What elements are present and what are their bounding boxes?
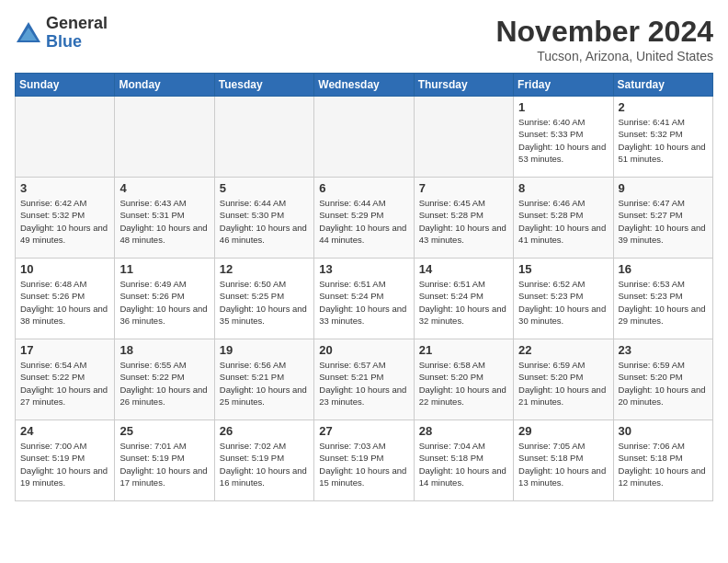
day-info: Sunrise: 6:44 AM Sunset: 5:30 PM Dayligh… <box>220 197 309 246</box>
location-subtitle: Tucson, Arizona, United States <box>495 49 713 63</box>
weekday-header: Monday <box>115 74 214 97</box>
day-number: 27 <box>319 424 408 438</box>
day-info: Sunrise: 7:01 AM Sunset: 5:19 PM Dayligh… <box>119 440 209 488</box>
calendar-cell: 7Sunrise: 6:45 AM Sunset: 5:28 PM Daylig… <box>414 178 513 259</box>
day-number: 29 <box>518 424 608 438</box>
day-info: Sunrise: 6:46 AM Sunset: 5:28 PM Dayligh… <box>518 197 608 246</box>
logo-general: General <box>46 15 108 33</box>
calendar-cell: 21Sunrise: 6:58 AM Sunset: 5:20 PM Dayli… <box>414 339 513 420</box>
weekday-header: Tuesday <box>214 74 313 97</box>
calendar-cell: 13Sunrise: 6:51 AM Sunset: 5:24 PM Dayli… <box>314 259 414 339</box>
day-number: 16 <box>619 262 708 276</box>
day-number: 14 <box>419 262 508 276</box>
day-number: 24 <box>20 424 109 438</box>
calendar-cell: 18Sunrise: 6:55 AM Sunset: 5:22 PM Dayli… <box>115 339 214 420</box>
day-number: 21 <box>419 343 508 357</box>
day-number: 4 <box>119 181 209 195</box>
calendar-cell: 6Sunrise: 6:44 AM Sunset: 5:29 PM Daylig… <box>314 178 414 259</box>
calendar-cell: 29Sunrise: 7:05 AM Sunset: 5:18 PM Dayli… <box>514 420 613 501</box>
day-info: Sunrise: 7:03 AM Sunset: 5:19 PM Dayligh… <box>319 440 408 488</box>
calendar-cell: 20Sunrise: 6:57 AM Sunset: 5:21 PM Dayli… <box>314 339 414 420</box>
weekday-header: Wednesday <box>314 74 414 97</box>
day-number: 19 <box>220 343 309 357</box>
calendar-week-row: 1Sunrise: 6:40 AM Sunset: 5:33 PM Daylig… <box>16 97 713 178</box>
calendar-week-row: 17Sunrise: 6:54 AM Sunset: 5:22 PM Dayli… <box>16 339 713 420</box>
calendar-cell: 23Sunrise: 6:59 AM Sunset: 5:20 PM Dayli… <box>613 339 712 420</box>
day-info: Sunrise: 7:05 AM Sunset: 5:18 PM Dayligh… <box>518 440 608 488</box>
day-number: 18 <box>119 343 209 357</box>
calendar-cell: 16Sunrise: 6:53 AM Sunset: 5:23 PM Dayli… <box>613 259 712 339</box>
day-number: 25 <box>119 424 209 438</box>
day-number: 23 <box>619 343 708 357</box>
day-info: Sunrise: 7:00 AM Sunset: 5:19 PM Dayligh… <box>20 440 109 488</box>
day-info: Sunrise: 6:59 AM Sunset: 5:20 PM Dayligh… <box>619 359 708 408</box>
day-number: 10 <box>20 262 109 276</box>
day-number: 1 <box>518 100 608 114</box>
day-number: 11 <box>119 262 209 276</box>
calendar-cell: 12Sunrise: 6:50 AM Sunset: 5:25 PM Dayli… <box>214 259 313 339</box>
logo-blue: Blue <box>46 33 108 52</box>
calendar-cell <box>16 97 115 178</box>
day-info: Sunrise: 6:54 AM Sunset: 5:22 PM Dayligh… <box>20 359 109 408</box>
day-info: Sunrise: 6:49 AM Sunset: 5:26 PM Dayligh… <box>119 278 209 327</box>
calendar-week-row: 10Sunrise: 6:48 AM Sunset: 5:26 PM Dayli… <box>16 259 713 339</box>
day-number: 28 <box>419 424 508 438</box>
calendar-cell: 30Sunrise: 7:06 AM Sunset: 5:18 PM Dayli… <box>613 420 712 501</box>
day-number: 15 <box>518 262 608 276</box>
day-number: 7 <box>419 181 508 195</box>
day-number: 8 <box>518 181 608 195</box>
day-number: 30 <box>619 424 708 438</box>
day-info: Sunrise: 6:52 AM Sunset: 5:23 PM Dayligh… <box>518 278 608 327</box>
day-info: Sunrise: 6:40 AM Sunset: 5:33 PM Dayligh… <box>518 116 608 165</box>
weekday-header: Sunday <box>16 74 115 97</box>
page-header: General Blue November 2024 Tucson, Arizo… <box>15 15 713 63</box>
day-number: 9 <box>619 181 708 195</box>
calendar-cell: 28Sunrise: 7:04 AM Sunset: 5:18 PM Dayli… <box>414 420 513 501</box>
calendar-table: SundayMondayTuesdayWednesdayThursdayFrid… <box>15 73 713 501</box>
day-info: Sunrise: 6:45 AM Sunset: 5:28 PM Dayligh… <box>419 197 508 246</box>
day-number: 17 <box>20 343 109 357</box>
calendar-cell: 15Sunrise: 6:52 AM Sunset: 5:23 PM Dayli… <box>514 259 613 339</box>
calendar-cell: 10Sunrise: 6:48 AM Sunset: 5:26 PM Dayli… <box>16 259 115 339</box>
day-info: Sunrise: 6:51 AM Sunset: 5:24 PM Dayligh… <box>319 278 408 327</box>
day-number: 2 <box>619 100 708 114</box>
day-info: Sunrise: 6:50 AM Sunset: 5:25 PM Dayligh… <box>220 278 309 327</box>
calendar-week-row: 3Sunrise: 6:42 AM Sunset: 5:32 PM Daylig… <box>16 178 713 259</box>
weekday-header-row: SundayMondayTuesdayWednesdayThursdayFrid… <box>16 74 713 97</box>
calendar-cell: 26Sunrise: 7:02 AM Sunset: 5:19 PM Dayli… <box>214 420 313 501</box>
logo-icon <box>15 20 42 46</box>
day-info: Sunrise: 6:53 AM Sunset: 5:23 PM Dayligh… <box>619 278 708 327</box>
day-info: Sunrise: 6:43 AM Sunset: 5:31 PM Dayligh… <box>119 197 209 246</box>
calendar-cell: 5Sunrise: 6:44 AM Sunset: 5:30 PM Daylig… <box>214 178 313 259</box>
day-number: 13 <box>319 262 408 276</box>
calendar-cell: 1Sunrise: 6:40 AM Sunset: 5:33 PM Daylig… <box>514 97 613 178</box>
day-info: Sunrise: 6:59 AM Sunset: 5:20 PM Dayligh… <box>518 359 608 408</box>
calendar-cell: 17Sunrise: 6:54 AM Sunset: 5:22 PM Dayli… <box>16 339 115 420</box>
day-info: Sunrise: 6:41 AM Sunset: 5:32 PM Dayligh… <box>619 116 708 165</box>
day-number: 22 <box>518 343 608 357</box>
calendar-week-row: 24Sunrise: 7:00 AM Sunset: 5:19 PM Dayli… <box>16 420 713 501</box>
calendar-cell: 8Sunrise: 6:46 AM Sunset: 5:28 PM Daylig… <box>514 178 613 259</box>
calendar-cell: 22Sunrise: 6:59 AM Sunset: 5:20 PM Dayli… <box>514 339 613 420</box>
day-number: 20 <box>319 343 408 357</box>
logo: General Blue <box>15 15 108 52</box>
day-number: 26 <box>220 424 309 438</box>
calendar-cell: 27Sunrise: 7:03 AM Sunset: 5:19 PM Dayli… <box>314 420 414 501</box>
calendar-cell: 4Sunrise: 6:43 AM Sunset: 5:31 PM Daylig… <box>115 178 214 259</box>
day-number: 5 <box>220 181 309 195</box>
day-info: Sunrise: 6:48 AM Sunset: 5:26 PM Dayligh… <box>20 278 109 327</box>
day-info: Sunrise: 6:47 AM Sunset: 5:27 PM Dayligh… <box>619 197 708 246</box>
day-info: Sunrise: 7:06 AM Sunset: 5:18 PM Dayligh… <box>619 440 708 488</box>
day-number: 12 <box>220 262 309 276</box>
day-info: Sunrise: 6:56 AM Sunset: 5:21 PM Dayligh… <box>220 359 309 408</box>
calendar-cell: 24Sunrise: 7:00 AM Sunset: 5:19 PM Dayli… <box>16 420 115 501</box>
weekday-header: Friday <box>514 74 613 97</box>
day-info: Sunrise: 6:58 AM Sunset: 5:20 PM Dayligh… <box>419 359 508 408</box>
calendar-cell <box>214 97 313 178</box>
calendar-cell: 3Sunrise: 6:42 AM Sunset: 5:32 PM Daylig… <box>16 178 115 259</box>
day-info: Sunrise: 7:02 AM Sunset: 5:19 PM Dayligh… <box>220 440 309 488</box>
calendar-cell: 25Sunrise: 7:01 AM Sunset: 5:19 PM Dayli… <box>115 420 214 501</box>
day-info: Sunrise: 6:55 AM Sunset: 5:22 PM Dayligh… <box>119 359 209 408</box>
calendar-cell: 19Sunrise: 6:56 AM Sunset: 5:21 PM Dayli… <box>214 339 313 420</box>
day-info: Sunrise: 6:57 AM Sunset: 5:21 PM Dayligh… <box>319 359 408 408</box>
